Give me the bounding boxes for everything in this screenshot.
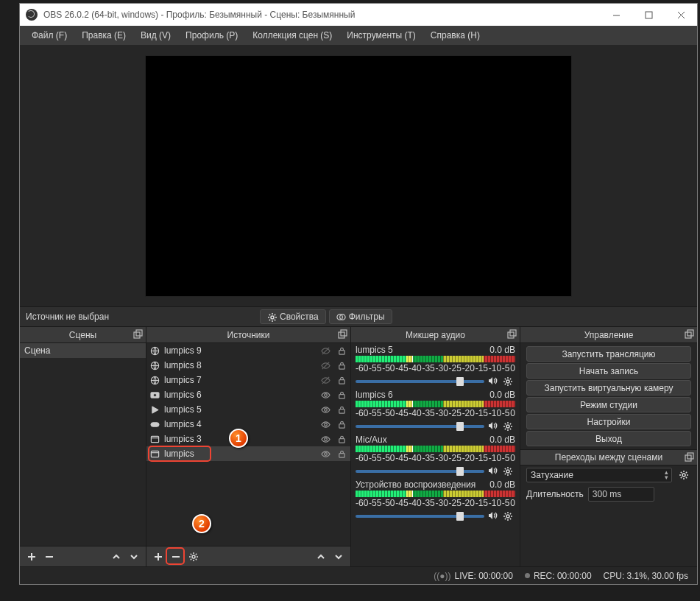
- channel-level: 0.0 dB: [489, 390, 515, 400]
- lock-toggle[interactable]: [336, 390, 347, 400]
- mixer-header: Микшер аудио: [351, 327, 520, 343]
- popout-icon[interactable]: [506, 329, 517, 340]
- visibility-toggle[interactable]: [319, 375, 331, 385]
- volume-slider[interactable]: [356, 515, 484, 518]
- transition-type-select[interactable]: Затухание▴▾: [526, 468, 672, 482]
- sources-header: Источники: [146, 327, 350, 343]
- channel-settings-button[interactable]: [501, 419, 515, 434]
- channel-settings-button[interactable]: [501, 464, 515, 479]
- visibility-toggle[interactable]: [319, 390, 331, 400]
- volume-slider[interactable]: [356, 380, 484, 383]
- channel-level: 0.0 dB: [489, 345, 515, 355]
- maximize-button[interactable]: [632, 4, 665, 26]
- visibility-toggle[interactable]: [319, 345, 331, 356]
- mute-button[interactable]: [487, 510, 498, 523]
- minimize-button[interactable]: [600, 4, 632, 26]
- mixer-channel: Устройство воспроизведения0.0 dB-60-55-5…: [351, 478, 520, 523]
- globe-icon: [149, 345, 160, 356]
- remove-scene-button[interactable]: [42, 549, 57, 564]
- lock-toggle[interactable]: [336, 419, 347, 429]
- preview-area[interactable]: [20, 45, 697, 306]
- exit-button[interactable]: Выход: [526, 431, 691, 446]
- source-item[interactable]: lumpics 8: [146, 358, 350, 373]
- start-streaming-button[interactable]: Запустить трансляцию: [526, 346, 691, 362]
- visibility-toggle[interactable]: [319, 449, 331, 459]
- source-item[interactable]: lumpics 7: [146, 373, 350, 387]
- menu-view[interactable]: Вид (V): [133, 27, 178, 43]
- mixer-channel: lumpics 50.0 dB-60-55-50-45-40-35-30-25-…: [351, 343, 520, 388]
- source-item[interactable]: lumpics 6: [146, 387, 350, 402]
- popout-icon[interactable]: [684, 452, 694, 463]
- add-source-button[interactable]: [151, 549, 166, 564]
- popout-icon[interactable]: [684, 329, 694, 340]
- source-name: lumpics 8: [164, 360, 315, 370]
- source-up-button[interactable]: [314, 549, 328, 564]
- mute-button[interactable]: [487, 421, 498, 433]
- menu-file[interactable]: Файл (F): [24, 27, 74, 43]
- source-item[interactable]: lumpics 9: [146, 343, 350, 358]
- source-name: lumpics 3: [164, 434, 315, 444]
- scene-down-button[interactable]: [127, 549, 141, 564]
- window-icon: [149, 449, 160, 459]
- lock-toggle[interactable]: [336, 345, 347, 356]
- scene-item[interactable]: Сцена: [20, 343, 146, 358]
- gamepad-icon: [149, 419, 160, 429]
- no-source-selected-label: Источник не выбран: [26, 312, 109, 322]
- channel-settings-button[interactable]: [501, 509, 515, 524]
- popout-icon[interactable]: [132, 329, 143, 340]
- status-live: ((●))LIVE: 00:00:00: [434, 571, 513, 581]
- menu-scene-collection[interactable]: Коллекция сцен (S): [245, 27, 339, 43]
- source-item[interactable]: lumpics: [146, 446, 350, 461]
- properties-button[interactable]: Свойства: [260, 309, 326, 324]
- volume-slider[interactable]: [356, 425, 484, 428]
- visibility-toggle[interactable]: [319, 404, 331, 415]
- popout-icon[interactable]: [337, 329, 347, 340]
- close-button[interactable]: [665, 4, 697, 26]
- source-down-button[interactable]: [331, 549, 346, 564]
- mute-button[interactable]: [487, 465, 498, 478]
- channel-level: 0.0 dB: [489, 479, 515, 490]
- menu-edit[interactable]: Правка (E): [74, 27, 133, 43]
- settings-button[interactable]: Настройки: [526, 414, 691, 429]
- channel-level: 0.0 dB: [489, 435, 515, 445]
- transitions-header: Переходы между сценами: [520, 449, 697, 465]
- source-item[interactable]: lumpics 3: [146, 432, 350, 446]
- source-item[interactable]: lumpics 5: [146, 402, 350, 417]
- source-properties-button[interactable]: [186, 549, 201, 564]
- start-virtual-camera-button[interactable]: Запустить виртуальную камеру: [526, 380, 691, 396]
- channel-name: Mic/Aux: [356, 435, 387, 445]
- remove-source-button[interactable]: [169, 549, 183, 564]
- visibility-toggle[interactable]: [319, 434, 331, 444]
- channel-name: lumpics 6: [356, 390, 393, 400]
- start-recording-button[interactable]: Начать запись: [526, 363, 691, 379]
- transition-settings-button[interactable]: [676, 468, 691, 482]
- channel-name: Устройство воспроизведения: [356, 479, 475, 490]
- menu-tools[interactable]: Инструменты (T): [339, 27, 423, 43]
- lock-toggle[interactable]: [336, 449, 347, 459]
- visibility-toggle[interactable]: [319, 360, 331, 370]
- mute-button[interactable]: [487, 376, 498, 388]
- visibility-toggle[interactable]: [319, 419, 331, 429]
- meter-scale: -60-55-50-45-40-35-30-25-20-15-10-50: [356, 453, 515, 463]
- meter-scale: -60-55-50-45-40-35-30-25-20-15-10-50: [356, 408, 515, 418]
- studio-mode-button[interactable]: Режим студии: [526, 397, 691, 412]
- channel-settings-button[interactable]: [501, 374, 515, 389]
- meter-scale: -60-55-50-45-40-35-30-25-20-15-10-50: [356, 498, 515, 508]
- volume-slider[interactable]: [356, 470, 484, 473]
- source-item[interactable]: lumpics 4: [146, 417, 350, 432]
- docks-container: Сцены Сцена Источники lumpics 9lumpics 8…: [20, 327, 697, 566]
- menu-profile[interactable]: Профиль (P): [178, 27, 245, 43]
- menu-help[interactable]: Справка (H): [423, 27, 487, 43]
- filters-button[interactable]: Фильтры: [329, 309, 392, 324]
- lock-toggle[interactable]: [336, 404, 347, 415]
- scene-up-button[interactable]: [109, 549, 124, 564]
- add-scene-button[interactable]: [24, 549, 39, 564]
- transition-duration-input[interactable]: 300 ms: [588, 487, 654, 502]
- lock-toggle[interactable]: [336, 434, 347, 444]
- lock-toggle[interactable]: [336, 360, 347, 370]
- preview-canvas[interactable]: [146, 56, 571, 296]
- svg-rect-13: [646, 12, 652, 18]
- lock-toggle[interactable]: [336, 375, 347, 385]
- globe-icon: [149, 375, 160, 385]
- play-icon: [149, 404, 160, 415]
